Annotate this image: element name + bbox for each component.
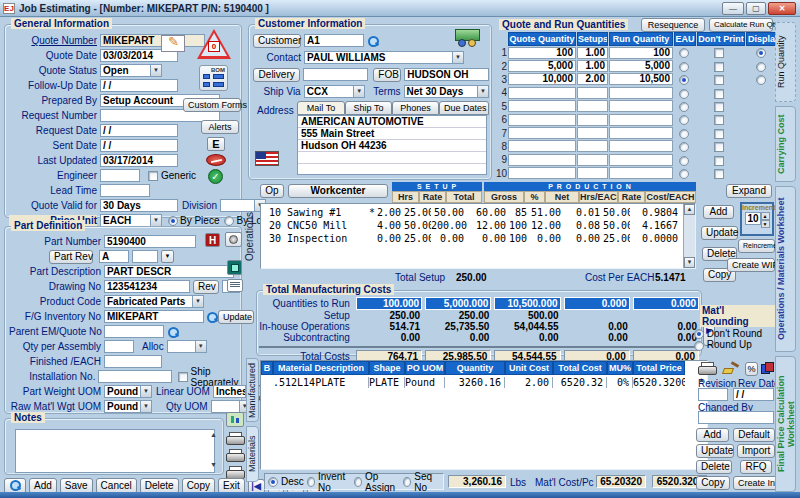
tab-operations-materials-worksheet[interactable]: Operations / Materials Worksheet (775, 186, 796, 352)
request-date-field[interactable]: / / (100, 124, 178, 137)
dont-print-checkbox[interactable] (714, 142, 724, 152)
by-lot-radio[interactable] (224, 216, 234, 226)
dont-print-checkbox[interactable] (714, 75, 724, 85)
op-button[interactable]: Op (260, 184, 284, 198)
tab-carrying-cost[interactable]: Carrying Cost (775, 106, 796, 182)
rev-date-field[interactable]: / / (733, 388, 774, 401)
op-update-button[interactable]: Update (701, 226, 738, 240)
approved-check-icon[interactable]: ✓ (208, 169, 223, 184)
followup-date-field[interactable]: / / (100, 79, 178, 92)
brush-icon[interactable] (722, 362, 740, 375)
part-weight-uom-select[interactable]: Pound▼ (104, 385, 152, 398)
percent-icon[interactable]: % (745, 362, 758, 376)
chevron-down-icon[interactable]: ▼ (150, 215, 161, 226)
operations-scrollbar[interactable]: ▲▼ (683, 204, 695, 268)
spin-up-icon[interactable]: ▲ (761, 212, 770, 220)
alert-triangle-icon[interactable]: 0 (197, 29, 231, 59)
dont-print-checkbox[interactable] (714, 129, 724, 139)
hold-icon[interactable]: H (205, 233, 220, 247)
sent-date-field[interactable]: / / (100, 139, 178, 152)
run-quantity-cell[interactable] (609, 114, 673, 126)
address-box[interactable]: AMERICAN AUTOMOTIVE 555 Main Street Huds… (297, 115, 487, 175)
tab-due-dates[interactable]: Due Dates (439, 101, 489, 115)
changed-by-field[interactable] (698, 411, 774, 424)
parent-quote-field[interactable] (104, 325, 164, 338)
report-icon[interactable] (226, 412, 244, 427)
eau-radio[interactable] (679, 48, 689, 58)
scroll-up-icon[interactable]: ▲ (210, 431, 217, 438)
fg-inventory-field[interactable]: MIKEPART (104, 310, 204, 323)
part-number-field[interactable]: 5190400 (104, 235, 196, 248)
invent-no-radio[interactable] (307, 477, 315, 487)
expand-button[interactable]: Expand (726, 184, 772, 198)
setups-cell[interactable] (577, 167, 608, 179)
knob-icon[interactable] (225, 232, 242, 247)
quote-status-select[interactable]: Open▼ (100, 64, 162, 77)
materials-table[interactable]: B Material Description Shape PO UOM Quan… (260, 360, 708, 470)
list-icon[interactable] (227, 279, 243, 292)
qty-run-cell[interactable]: 0.000 (633, 297, 699, 310)
material-row[interactable]: .512L14PLATE PLATE Pound 3260.16 2.00 65… (261, 377, 707, 388)
run-quantity-cell[interactable] (609, 87, 673, 99)
quote-quantity-cell[interactable] (508, 167, 576, 179)
minimize-button[interactable]: — (722, 2, 744, 15)
matl-delete-button[interactable]: Delete (696, 460, 732, 474)
setups-cell[interactable] (577, 100, 608, 112)
search-icon[interactable] (206, 311, 218, 323)
run-quantity-cell[interactable] (609, 167, 673, 179)
dont-round-radio[interactable] (694, 329, 704, 339)
monitor-icon[interactable] (227, 260, 242, 275)
dont-print-checkbox[interactable] (714, 115, 724, 125)
part-rev-field[interactable]: A (99, 250, 129, 263)
resequence-button[interactable]: Resequence (641, 18, 705, 32)
create-wip-button[interactable]: Create WIP (727, 258, 775, 272)
quote-quantity-cell[interactable] (508, 154, 576, 166)
qty-per-assembly-field[interactable] (104, 340, 134, 353)
tab-manufactured-parts[interactable]: Manufactured Parts (246, 358, 259, 422)
setups-cell[interactable] (577, 154, 608, 166)
dont-print-checkbox[interactable] (714, 102, 724, 112)
reincrement-button[interactable]: Reincrement (738, 239, 775, 253)
quote-number-field[interactable]: MIKEPART (100, 34, 205, 47)
email-icon[interactable]: E (207, 137, 225, 151)
eau-radio[interactable] (679, 169, 689, 179)
round-up-radio[interactable] (694, 341, 704, 351)
money-contact-icon[interactable] (453, 29, 481, 49)
eau-radio[interactable] (679, 156, 689, 166)
ship-separately-checkbox[interactable] (178, 372, 188, 382)
calculate-run-qty-button[interactable]: Calculate Run Qty (709, 18, 773, 32)
qty-run-cell[interactable]: 100.000 (356, 297, 422, 310)
scroll-down-icon[interactable]: ▼ (210, 461, 217, 468)
scroll-down-icon[interactable]: ▼ (684, 257, 695, 268)
eau-radio[interactable] (679, 75, 689, 85)
update-button[interactable]: Update (218, 310, 254, 324)
lead-time-field[interactable] (100, 184, 150, 197)
seq-no-radio[interactable] (403, 477, 411, 487)
matl-rfq-button[interactable]: RFQ (740, 460, 772, 474)
print-icon[interactable] (698, 362, 715, 375)
tab-run-quantity[interactable]: Run Quantity (775, 22, 796, 102)
chevron-down-icon[interactable]: ▼ (140, 401, 151, 412)
matl-import-button[interactable]: Import (737, 444, 775, 458)
matl-add-button[interactable]: Add (696, 428, 729, 442)
quote-quantity-cell[interactable] (508, 100, 576, 112)
tab-materials[interactable]: Materials (246, 426, 259, 482)
delivery-button[interactable]: Delivery (253, 68, 300, 82)
alerts-button[interactable]: Alerts (201, 120, 239, 134)
spin-down-icon[interactable]: ▼ (761, 220, 770, 228)
installation-no-field[interactable] (98, 370, 172, 383)
setups-cell[interactable] (577, 87, 608, 99)
raw-matl-wgt-uom-select[interactable]: Pound▼ (104, 400, 152, 413)
delivery-field[interactable] (303, 68, 368, 81)
setups-cell[interactable]: 2.00 (577, 73, 608, 85)
quote-number-label[interactable]: Quote Number (9, 35, 97, 46)
search-icon[interactable] (367, 35, 379, 47)
quote-quantity-cell[interactable]: 100 (508, 47, 576, 59)
quote-quantity-cell[interactable] (508, 140, 576, 152)
tab-final-price-calculation-worksheet[interactable]: Final Price Calculation Worksheet (775, 356, 796, 492)
part-description-field[interactable]: PART DESCR (104, 265, 234, 278)
quote-valid-field[interactable]: 30 Days (100, 199, 178, 212)
eau-radio[interactable] (679, 102, 689, 112)
run-quantity-cell[interactable]: 100 (609, 47, 673, 59)
workcenter-button[interactable]: Workcenter (288, 184, 388, 198)
